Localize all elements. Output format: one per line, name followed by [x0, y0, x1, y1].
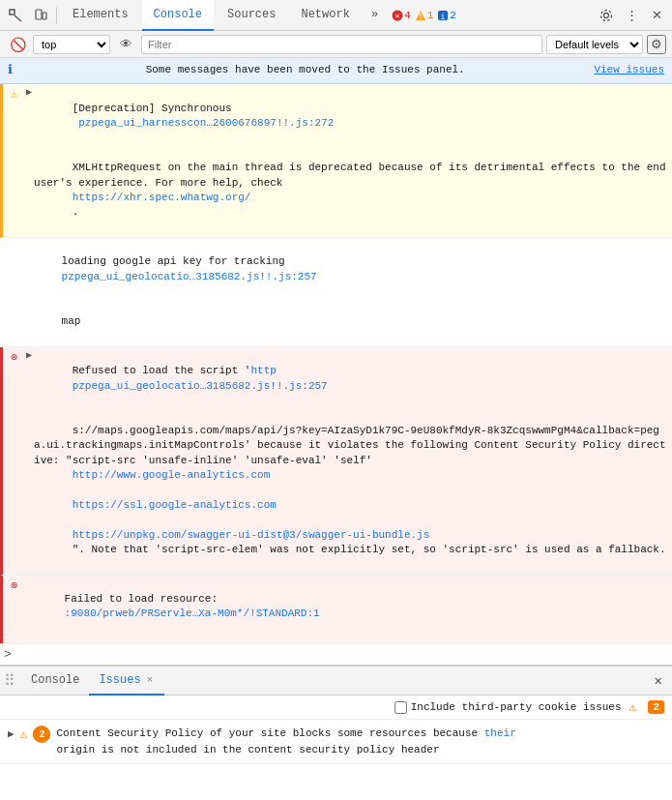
log-row-google-api: loading google api key for tracking pzpe… [0, 238, 672, 347]
log-content-google-api: loading google api key for tracking pzpe… [23, 240, 668, 344]
settings-btn[interactable] [595, 4, 618, 27]
issues-warning-badge: ⚠ [629, 699, 637, 715]
svg-point-10 [604, 13, 609, 17]
info-icon: ℹ [8, 62, 13, 79]
xhr-spec-link[interactable]: https://xhr.spec.whatwg.org/ [73, 192, 251, 203]
bottom-tab-console-label: Console [31, 673, 79, 687]
error-icon-geo: ⊗ [11, 350, 26, 367]
third-party-cookie-label-text: Include third-party cookie issues [411, 701, 622, 713]
svg-rect-2 [36, 10, 42, 19]
console-input[interactable] [15, 648, 668, 661]
expand-arrow-deprecation[interactable]: ▶ [26, 86, 32, 100]
console-settings-btn[interactable]: ⚙ [647, 35, 666, 54]
console-input-row: > [0, 643, 672, 665]
info-banner: ℹ Some messages have been moved to the I… [0, 58, 672, 84]
issue-expand-icon[interactable]: ▶ [8, 727, 15, 740]
error-badge: ✕ 4 [392, 10, 411, 21]
info-badge: i 2 [437, 10, 456, 21]
more-options-btn[interactable]: ⋮ [620, 4, 643, 27]
console-output: ℹ Some messages have been moved to the I… [0, 58, 672, 643]
console-toolbar: 🚫 top 👁 Default levels ⚙ [0, 31, 672, 58]
view-issues-link[interactable]: View issues [594, 63, 664, 77]
log-content-geo: Refused to load the script 'http pzpega_… [34, 349, 668, 573]
deprecation-source-link[interactable]: pzpega_ui_harnesscon…2600676897!!.js:272 [73, 117, 335, 129]
svg-rect-0 [10, 10, 15, 15]
bottom-tab-bar: ⠿ Console Issues × ✕ [0, 667, 672, 696]
expand-arrow-geo[interactable]: ▶ [26, 349, 32, 363]
log-row-deprecation: ⚠ ▶ [Deprecation] Synchronous pzpega_ui_… [0, 84, 672, 238]
filter-input[interactable] [141, 35, 542, 54]
close-devtools-btn[interactable]: ✕ [645, 4, 668, 27]
drag-handle: ⠿ [4, 671, 15, 691]
analytics-link-1[interactable]: http://www.google-analytics.com [73, 469, 271, 481]
google-api-source-link[interactable]: pzpega_ui_geolocatio…3185682.js!!.js:257 [62, 271, 317, 282]
tab-elements[interactable]: Elements [61, 0, 140, 31]
issue-count-circle: 2 [33, 726, 50, 743]
ssl-analytics-link-1[interactable]: https://ssl.google-analytics.com [73, 499, 277, 511]
issues-tab-close-btn[interactable]: × [145, 674, 156, 686]
warning-badge: ! 1 [415, 10, 434, 21]
swagger-link-1[interactable]: https://unpkg.com/swagger-ui-dist@3/swag… [73, 529, 430, 541]
issue-text-csp: Content Security Policy of your site blo… [56, 726, 664, 757]
bottom-tab-console[interactable]: Console [21, 667, 89, 696]
tab-console[interactable]: Console [142, 0, 214, 31]
console-prompt: > [4, 647, 12, 662]
devtools-top-toolbar: Elements Console Sources Network » ✕ 4 !… [0, 0, 672, 31]
bottom-tab-issues-label: Issues [99, 673, 140, 687]
log-row-refused-geo: ⊗ ▶ Refused to load the script 'http pzp… [0, 347, 672, 576]
clear-console-btn[interactable]: 🚫 [6, 33, 29, 56]
eye-btn[interactable]: 👁 [114, 33, 137, 56]
toolbar-divider-1 [56, 7, 57, 24]
svg-point-11 [601, 10, 612, 20]
info-banner-text: Some messages have been moved to the Iss… [146, 63, 465, 77]
levels-select[interactable]: Default levels [546, 35, 643, 54]
svg-text:✕: ✕ [395, 12, 400, 20]
issues-toolbar: Include third-party cookie issues ⚠ 2 [0, 696, 672, 720]
close-bottom-panel-btn[interactable]: ✕ [649, 672, 668, 689]
error-icon-failed-1: ⊗ [11, 578, 26, 595]
device-toolbar-btn[interactable] [29, 4, 52, 27]
inspect-element-btn[interactable] [4, 4, 27, 27]
third-party-cookie-checkbox-label[interactable]: Include third-party cookie issues [394, 701, 622, 714]
log-row-failed-1: ⊗ Failed to load resource: :9080/prweb/P… [0, 576, 672, 643]
failed-resource-link-1[interactable]: :9080/prweb/PRServle…Xa-M0m*/!STANDARD:1 [65, 607, 320, 619]
geo-source-link[interactable]: pzpega_ui_geolocatio…3185682.js!!.js:257 [73, 380, 328, 392]
tab-network[interactable]: Network [289, 0, 361, 31]
warning-icon-deprecation: ⚠ [11, 87, 26, 104]
log-content-deprecation: [Deprecation] Synchronous pzpega_ui_harn… [34, 86, 668, 235]
issues-count-badge: 2 [648, 700, 664, 714]
tab-more[interactable]: » [364, 0, 386, 31]
context-selector[interactable]: top [33, 35, 110, 54]
svg-text:i: i [441, 11, 446, 20]
issue-row-csp: ▶ ⚠ 2 Content Security Policy of your si… [0, 720, 672, 764]
svg-line-1 [15, 15, 21, 21]
issue-warning-icon: ⚠ [20, 726, 28, 742]
issue-highlight-the: their [484, 727, 516, 739]
bottom-panel: ⠿ Console Issues × ✕ Include third-party… [0, 665, 672, 800]
log-content-failed-1: Failed to load resource: :9080/prweb/PRS… [26, 578, 668, 643]
svg-text:!: ! [418, 13, 423, 21]
bottom-tab-issues[interactable]: Issues × [89, 667, 164, 696]
geo-script-link[interactable]: http [250, 365, 276, 376]
svg-rect-3 [43, 13, 46, 19]
third-party-cookie-checkbox[interactable] [394, 701, 407, 714]
tab-sources[interactable]: Sources [216, 0, 287, 31]
